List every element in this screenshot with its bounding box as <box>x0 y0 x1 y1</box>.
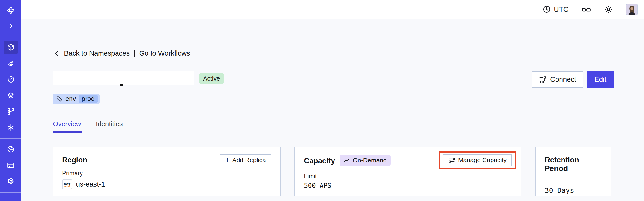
retention-card-title: Retention Period <box>545 154 602 173</box>
add-replica-button[interactable]: + Add Replica <box>220 154 271 166</box>
breadcrumb-separator: | <box>134 50 136 57</box>
namespace-actions: Connect Edit <box>532 71 614 88</box>
overview-cards: Region + Add Replica Primary aws <box>52 146 614 196</box>
region-card-title: Region <box>62 154 87 164</box>
limit-label: Limit <box>304 173 512 180</box>
capacity-title-group: Capacity On-Demand <box>304 154 390 166</box>
plus-icon: + <box>225 156 230 164</box>
aws-logo-text: aws <box>64 182 71 186</box>
sidebar-divider <box>0 138 21 139</box>
top-bar: UTC <box>21 0 644 19</box>
tag-row: env prod <box>52 94 614 104</box>
tab-overview[interactable]: Overview <box>52 120 82 133</box>
sidebar-item-settings[interactable] <box>4 174 18 188</box>
breadcrumb: Back to Namespaces | Go to Workflows <box>52 50 614 57</box>
tag-value: prod <box>79 95 98 103</box>
sliders-icon <box>448 157 455 164</box>
tab-identities[interactable]: Identities <box>96 120 123 133</box>
sidebar-item-schedules[interactable] <box>4 73 18 86</box>
sidebar-divider <box>0 192 21 192</box>
region-value-row: aws us-east-1 <box>62 179 271 189</box>
retention-card: Retention Period 30 Days <box>535 146 611 196</box>
connect-button[interactable]: Connect <box>532 71 583 88</box>
sidebar-item-nexus[interactable] <box>4 121 18 134</box>
sidebar-item-support[interactable] <box>4 195 18 201</box>
on-demand-badge-label: On-Demand <box>353 157 387 164</box>
timezone-label: UTC <box>554 6 568 14</box>
connect-button-label: Connect <box>550 76 576 84</box>
tag-key: env <box>66 95 76 103</box>
glasses-icon[interactable] <box>582 4 591 14</box>
app-window: UTC <box>0 0 644 201</box>
sidebar-item-usage[interactable] <box>4 142 18 156</box>
retention-value: 30 Days <box>545 186 602 194</box>
theme-toggle-sun-icon[interactable] <box>604 5 613 14</box>
region-card: Region + Add Replica Primary aws <box>52 146 281 196</box>
capacity-card-header: Capacity On-Demand <box>304 154 512 169</box>
manage-capacity-button[interactable]: Manage Capacity <box>443 154 512 166</box>
limit-value: 500 APS <box>304 182 512 189</box>
region-card-header: Region + Add Replica <box>62 154 271 166</box>
timezone-selector[interactable]: UTC <box>542 5 568 14</box>
connect-flow-icon <box>538 76 547 84</box>
go-to-workflows-link[interactable]: Go to Workflows <box>139 50 190 57</box>
primary-label: Primary <box>62 170 271 177</box>
temporal-logo-icon[interactable] <box>4 4 18 17</box>
trending-up-icon <box>344 157 350 164</box>
redaction-artifact-dot <box>120 84 123 86</box>
sidebar <box>0 0 21 201</box>
capacity-card-title: Capacity <box>304 155 335 165</box>
expand-sidebar-button[interactable] <box>4 19 18 32</box>
region-value: us-east-1 <box>76 180 105 188</box>
main-content: Back to Namespaces | Go to Workflows Act… <box>21 19 644 201</box>
user-avatar[interactable] <box>626 4 638 15</box>
sidebar-item-batch-operations[interactable] <box>4 105 18 118</box>
tab-bar: Overview Identities <box>52 120 614 133</box>
on-demand-badge: On-Demand <box>340 155 390 166</box>
add-replica-label: Add Replica <box>232 156 266 164</box>
namespace-title-row: Active Connect <box>52 71 614 88</box>
edit-button[interactable]: Edit <box>587 71 614 88</box>
sidebar-item-deployments[interactable] <box>4 89 18 102</box>
top-bar-actions: UTC <box>542 4 644 15</box>
sidebar-item-workflows[interactable] <box>4 56 18 70</box>
clock-icon <box>542 5 551 14</box>
sidebar-item-namespaces[interactable] <box>4 40 18 54</box>
namespace-name-redacted <box>52 71 194 85</box>
aws-logo-icon: aws <box>62 179 72 189</box>
manage-capacity-label: Manage Capacity <box>458 156 506 164</box>
capacity-card: Capacity On-Demand <box>294 146 522 196</box>
sidebar-item-billing[interactable] <box>4 158 18 172</box>
back-to-namespaces-link[interactable]: Back to Namespaces <box>64 50 130 57</box>
tag-icon <box>56 96 62 102</box>
namespace-tag-chip: env prod <box>52 94 100 104</box>
highlight-box: Manage Capacity <box>438 151 516 169</box>
status-badge: Active <box>199 73 224 84</box>
namespace-title-group: Active <box>52 71 224 85</box>
chevron-left-icon <box>52 50 60 57</box>
